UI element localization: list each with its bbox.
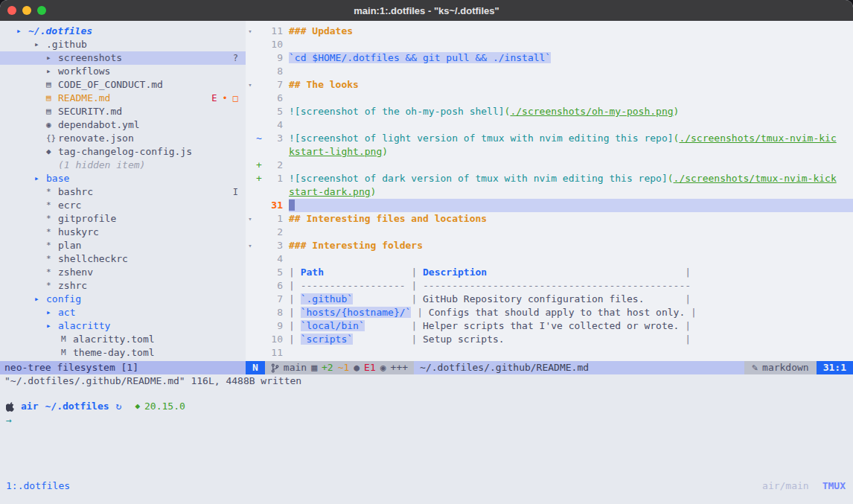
editor-line[interactable]: 7| `.github` | GitHub Repository configu… xyxy=(246,293,853,306)
text-segment: | xyxy=(411,267,423,278)
editor-panel[interactable]: ▾11### Updates109`cd $HOME/.dotfiles && … xyxy=(246,21,853,361)
shell-pane[interactable]: air ~/.dotfiles ↻ ◆ 20.15.0 → xyxy=(0,388,853,476)
editor-line[interactable]: 9| `local/bin` | Helper scripts that I'v… xyxy=(246,319,853,333)
statusline: N main ▦ +2 ~1 ● E1 ◉ +++ xyxy=(246,361,853,374)
text-segment: Path xyxy=(301,267,324,278)
tree-item[interactable]: ▸act xyxy=(0,306,246,319)
text-segment: | xyxy=(685,293,691,304)
editor-line[interactable]: 10| `scripts` | Setup scripts. | xyxy=(246,333,853,346)
tree-item[interactable]: ◆tag-changelog-config.js xyxy=(0,145,246,159)
error-icon: ● xyxy=(354,361,360,374)
tree-item[interactable]: Malacritty.toml xyxy=(0,333,246,346)
editor-line[interactable]: start-dark.png) xyxy=(246,185,853,199)
editor-line[interactable]: kstart-light.png) xyxy=(246,145,853,159)
editor-line[interactable]: 2 xyxy=(246,226,853,239)
editor-line[interactable]: 31 xyxy=(246,199,853,212)
editor-line[interactable]: ~3![screenshot of light version of tmux … xyxy=(246,132,853,145)
tree-item[interactable]: *bashrcI xyxy=(0,185,246,199)
filetype-label: markdown xyxy=(762,361,809,374)
tree-item[interactable]: ▸base xyxy=(0,172,246,185)
folder-icon: ▸ xyxy=(34,38,46,51)
editor-line[interactable]: 5| Path | Description | xyxy=(246,266,853,279)
text-segment: | xyxy=(685,267,691,278)
tree-item[interactable]: ◉dependabot.yml xyxy=(0,118,246,132)
text-segment: GitHub Repository configuration files. xyxy=(423,293,644,304)
tree-item[interactable]: *plan xyxy=(0,239,246,252)
line-number: 10 xyxy=(263,333,283,346)
filepath-section: ~/.dotfiles/.github/README.md xyxy=(414,361,744,374)
text-segment: Configs that should apply to that host o… xyxy=(429,307,685,318)
tree-item[interactable]: {}renovate.json xyxy=(0,132,246,145)
editor-line[interactable]: 9`cd $HOME/.dotfiles && git pull && ./in… xyxy=(246,51,853,65)
editor-line[interactable]: 4 xyxy=(246,252,853,266)
tree-item[interactable]: ▸screenshots? xyxy=(0,51,246,65)
tree-item[interactable]: *zshenv xyxy=(0,266,246,279)
tmux-window-label[interactable]: 1:.dotfiles xyxy=(6,480,70,492)
gutter-sign xyxy=(255,78,263,92)
editor-line[interactable]: +2 xyxy=(246,159,853,172)
gutter-sign xyxy=(255,239,263,252)
shell-icon: * xyxy=(46,279,58,293)
shell-icon: * xyxy=(46,239,58,252)
fold-marker xyxy=(246,306,255,319)
line-text: | `scripts` | Setup scripts. | xyxy=(289,333,853,346)
tree-item-label: renovate.json xyxy=(58,132,134,145)
text-segment xyxy=(353,293,411,304)
shell-icon: * xyxy=(46,199,58,212)
line-text xyxy=(289,346,853,360)
tree-item[interactable]: ▸config xyxy=(0,293,246,306)
tree-item[interactable]: ▤SECURITY.md xyxy=(0,105,246,118)
editor-line[interactable]: ▾3### Interesting folders xyxy=(246,239,853,252)
tree-item[interactable]: ▸~/.dotfiles xyxy=(0,25,246,38)
tree-item-label: ~/.dotfiles xyxy=(28,25,92,38)
tree-item[interactable]: ▸workflows xyxy=(0,65,246,78)
tree-item[interactable]: *gitprofile xyxy=(0,212,246,226)
editor-line[interactable]: 5![screenshot of the oh-my-posh shell](.… xyxy=(246,105,853,118)
tree-item[interactable]: *shellcheckrc xyxy=(0,252,246,266)
editor-line[interactable]: 8| `hosts/{hostname}/` | Configs that sh… xyxy=(246,306,853,319)
text-segment: `cd $HOME/.dotfiles && git pull && ./ins… xyxy=(289,52,551,63)
editor-line[interactable]: ▾1## Interesting files and locations xyxy=(246,212,853,226)
text-segment: | xyxy=(411,334,423,345)
tree-item[interactable]: (1 hidden item) xyxy=(0,159,246,172)
tree-item[interactable]: ▤CODE_OF_CONDUCT.md xyxy=(0,78,246,92)
tmux-statusbar: 1:.dotfiles air/main TMUX xyxy=(0,476,853,504)
line-number: 4 xyxy=(263,118,283,132)
tree-item[interactable]: Mtheme-day.toml xyxy=(0,346,246,360)
editor-line[interactable]: 11 xyxy=(246,346,853,360)
tree-item-label: README.md xyxy=(58,92,110,105)
neotree-statusline: neo-tree filesystem [1] xyxy=(0,361,246,374)
tree-item[interactable]: *ecrc xyxy=(0,199,246,212)
text-segment: `local/bin` xyxy=(301,320,365,331)
mode-indicator: N xyxy=(246,361,265,374)
prompt-arrow: → xyxy=(6,414,853,427)
editor-line[interactable]: 6 xyxy=(246,92,853,105)
editor-line[interactable]: ▾11### Updates xyxy=(246,25,853,38)
line-text xyxy=(289,252,853,266)
editor-line[interactable]: 10 xyxy=(246,38,853,51)
editor-line[interactable]: 8 xyxy=(246,65,853,78)
tree-item[interactable]: ▸.github xyxy=(0,38,246,51)
tree-item-badges: I xyxy=(233,185,246,199)
status-badge: I xyxy=(233,185,238,199)
line-text: ## Interesting files and locations xyxy=(289,212,853,226)
shell-icon: * xyxy=(46,252,58,266)
editor-line[interactable]: 4 xyxy=(246,118,853,132)
editor-line[interactable]: 6| ------------------ | ----------------… xyxy=(246,279,853,293)
tree-item[interactable]: *huskyrc xyxy=(0,226,246,239)
text-segment: ### Interesting folders xyxy=(289,240,423,251)
gutter-sign xyxy=(255,306,263,319)
gutter-sign xyxy=(255,279,263,293)
shell-icon: * xyxy=(46,185,58,199)
tree-item-label: SECURITY.md xyxy=(58,105,122,118)
editor-line[interactable]: ▾7## The looks xyxy=(246,78,853,92)
text-segment xyxy=(505,334,686,345)
cmdline: "~/.dotfiles/.github/README.md" 116L, 44… xyxy=(0,374,853,388)
editor-line[interactable]: +1![screenshot of dark version of tmux w… xyxy=(246,172,853,185)
tree-item[interactable]: ▸alacritty xyxy=(0,319,246,333)
line-number: 5 xyxy=(263,105,283,118)
neotree-panel[interactable]: ▸~/.dotfiles▸.github▸screenshots?▸workfl… xyxy=(0,21,246,361)
fold-marker xyxy=(246,333,255,346)
tree-item[interactable]: ▤README.mdE•□ xyxy=(0,92,246,105)
tree-item[interactable]: *zshrc xyxy=(0,279,246,293)
